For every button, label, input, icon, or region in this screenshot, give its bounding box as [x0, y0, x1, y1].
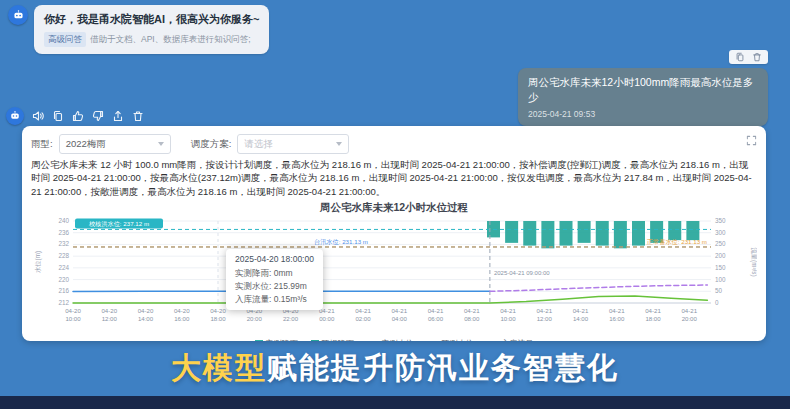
svg-text:20:00: 20:00	[247, 315, 263, 322]
svg-text:04-20: 04-20	[65, 307, 81, 314]
qa-mode-description: 借助于文档、API、数据库表进行知识问答;	[90, 34, 251, 46]
svg-text:校核洪水位: 237.12 m: 校核洪水位: 237.12 m	[88, 220, 149, 228]
ai-greeting-row: 你好，我是甬水院智能AI，很高兴为你服务~ 高级问答 借助于文档、API、数据库…	[8, 5, 269, 54]
copy-icon	[735, 52, 745, 62]
user-message-bubble: 周公宅水库未来12小时100mm降雨最高水位是多少 2025-04-21 09:…	[518, 68, 768, 126]
svg-text:04-20: 04-20	[101, 307, 117, 314]
svg-text:220: 220	[58, 276, 69, 283]
svg-text:16:00: 16:00	[174, 315, 190, 322]
rain-type-label: 雨型:	[31, 138, 53, 151]
svg-text:14:00: 14:00	[573, 315, 589, 322]
rain-type-value: 2022梅雨	[66, 138, 106, 151]
svg-text:232: 232	[58, 241, 69, 248]
ai-greeting-bubble: 你好，我是甬水院智能AI，很高兴为你服务~ 高级问答 借助于文档、API、数据库…	[34, 5, 269, 54]
svg-text:04-21: 04-21	[609, 307, 625, 314]
svg-text:04-20: 04-20	[283, 307, 299, 314]
message-timestamp: 2025-04-21 09:53	[528, 109, 758, 119]
delete-message-button[interactable]	[752, 52, 762, 62]
svg-text:0: 0	[715, 299, 719, 306]
svg-text:台汛水位: 231.13 m: 台汛水位: 231.13 m	[314, 238, 368, 246]
robot-icon	[12, 9, 25, 22]
thumbs-up-button[interactable]	[72, 110, 84, 122]
svg-text:350: 350	[715, 217, 726, 224]
copy-message-button[interactable]	[735, 52, 745, 62]
plan-value: 请选择	[244, 138, 273, 151]
ai-response-avatar	[6, 107, 24, 125]
svg-text:14:00: 14:00	[138, 315, 154, 322]
svg-text:100: 100	[715, 276, 726, 283]
greeting-text: 你好，我是甬水院智能AI，很高兴为你服务~	[44, 12, 259, 27]
svg-text:200: 200	[715, 253, 726, 260]
svg-text:04-20: 04-20	[246, 307, 262, 314]
svg-text:212: 212	[58, 299, 69, 306]
copy-icon	[52, 110, 64, 122]
svg-text:18:00: 18:00	[645, 315, 661, 322]
slogan-highlight: 大模型	[171, 348, 267, 389]
svg-text:150: 150	[715, 264, 726, 271]
chevron-down-icon	[336, 142, 342, 146]
speaker-icon	[32, 110, 44, 122]
svg-text:12:00: 12:00	[102, 315, 118, 322]
svg-text:10:00: 10:00	[500, 315, 516, 322]
plan-label: 调度方案:	[191, 138, 232, 151]
svg-text:06:00: 06:00	[428, 315, 444, 322]
svg-text:50: 50	[715, 288, 723, 295]
svg-text:02:00: 02:00	[355, 315, 371, 322]
svg-text:04-20: 04-20	[174, 307, 190, 314]
svg-text:228: 228	[58, 253, 69, 260]
svg-text:流量(m³/s): 流量(m³/s)	[750, 248, 757, 277]
svg-text:240: 240	[58, 217, 69, 224]
svg-text:04-21: 04-21	[319, 307, 335, 314]
svg-text:236: 236	[58, 229, 69, 236]
rain-type-select[interactable]: 2022梅雨	[59, 134, 171, 154]
greeting-subline: 高级问答 借助于文档、API、数据库表进行知识问答;	[44, 32, 259, 47]
delete-response-button[interactable]	[132, 110, 144, 122]
svg-text:08:00: 08:00	[464, 315, 480, 322]
chart-svg: 2122162202242282322362400501001502002503…	[31, 215, 757, 333]
svg-text:04-21: 04-21	[645, 307, 661, 314]
slogan-banner: 大模型赋能提升防汛业务智慧化	[0, 341, 790, 396]
analysis-summary: 周公宅水库未来 12 小时 100.0 mm降雨，按设计计划调度，最高水位为 2…	[31, 158, 757, 198]
user-message-row: 周公宅水库未来12小时100mm降雨最高水位是多少 2025-04-21 09:…	[518, 50, 768, 126]
thumbs-down-icon	[92, 110, 104, 122]
svg-text:250: 250	[715, 241, 726, 248]
message-toolbar	[729, 50, 768, 64]
export-button[interactable]	[112, 110, 124, 122]
svg-text:00:00: 00:00	[319, 315, 335, 322]
user-message-text: 周公宅水库未来12小时100mm降雨最高水位是多少	[528, 75, 758, 104]
thumbs-down-button[interactable]	[92, 110, 104, 122]
svg-text:224: 224	[58, 264, 69, 271]
trash-icon	[132, 110, 144, 122]
chart-plot-area: 2122162202242282322362400501001502002503…	[31, 215, 757, 337]
read-aloud-button[interactable]	[32, 110, 44, 122]
response-header	[6, 107, 144, 125]
qa-mode-badge: 高级问答	[44, 32, 86, 47]
chevron-down-icon	[158, 142, 164, 146]
svg-text:水位(m): 水位(m)	[34, 251, 42, 273]
svg-text:04:00: 04:00	[392, 315, 408, 322]
footer-strip	[0, 396, 790, 409]
svg-text:04-20: 04-20	[138, 307, 154, 314]
fullscreen-button[interactable]	[746, 135, 757, 146]
svg-text:04-21: 04-21	[536, 307, 552, 314]
svg-text:正常蓄水位: 231.13 m: 正常蓄水位: 231.13 m	[647, 238, 707, 245]
response-toolbar	[32, 110, 144, 122]
robot-icon	[9, 110, 21, 122]
copy-response-button[interactable]	[52, 110, 64, 122]
export-icon	[112, 110, 124, 122]
trash-icon	[752, 52, 762, 62]
svg-text:04-21: 04-21	[573, 307, 589, 314]
svg-text:20:00: 20:00	[682, 315, 698, 322]
plan-select[interactable]: 请选择	[237, 134, 349, 154]
main-background: 你好，我是甬水院智能AI，很高兴为你服务~ 高级问答 借助于文档、API、数据库…	[0, 0, 790, 409]
svg-text:18:00: 18:00	[210, 315, 226, 322]
response-panel: 雨型: 2022梅雨 调度方案: 请选择 周公宅水库未来 12 小时 100.0…	[22, 126, 766, 341]
svg-text:300: 300	[715, 229, 726, 236]
svg-text:04-21: 04-21	[391, 307, 407, 314]
svg-text:10:00: 10:00	[65, 315, 81, 322]
thumbs-up-icon	[72, 110, 84, 122]
svg-text:04-21: 04-21	[681, 307, 697, 314]
svg-text:04-21: 04-21	[355, 307, 371, 314]
svg-text:216: 216	[58, 288, 69, 295]
water-level-chart: 周公宅水库未来12小时水位过程 212216220224228232236240…	[31, 201, 757, 341]
